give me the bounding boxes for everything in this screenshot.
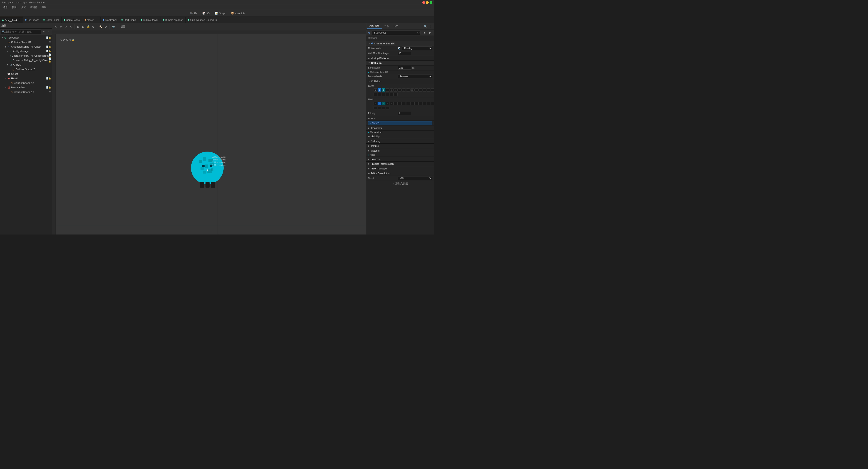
section-auto-translate[interactable]: ▶ Auto Translate: [366, 166, 434, 171]
layer-cell-11[interactable]: [414, 88, 418, 92]
mask-cell-2[interactable]: 2: [378, 102, 381, 105]
disable-mode-dropdown[interactable]: Remove: [398, 74, 432, 78]
inspector-tab-properties[interactable]: 检查属性: [367, 24, 382, 29]
mode-3d-btn[interactable]: 🎲 3D: [200, 11, 212, 15]
mask-cell-r2-2[interactable]: [378, 106, 381, 109]
tab-fast-ghost[interactable]: Fast_ghost ✕: [0, 17, 23, 23]
tree-item-ghost[interactable]: 👻 Ghost: [0, 72, 52, 76]
section-process[interactable]: ▶ Process: [366, 157, 434, 162]
tab-bubble-tower[interactable]: Bubble_tower: [138, 17, 161, 23]
layer-cell-3[interactable]: 3: [382, 88, 385, 92]
tree-item-chase[interactable]: ○ CharacterAbility_AI_ChaseTarget 📄🔒: [0, 54, 52, 58]
tree-item-charconfig[interactable]: ▶ ○ CharacterConfig_AI_Ghost 📄🔒: [0, 44, 52, 49]
layer-cell-1[interactable]: 1: [374, 88, 377, 92]
scene-filter-input[interactable]: [5, 30, 40, 33]
mask-cell-6[interactable]: [394, 102, 398, 105]
menu-project[interactable]: 项目: [10, 5, 19, 9]
node-name-dropdown[interactable]: FastGhost: [372, 30, 421, 35]
layer-cell-2[interactable]: 2: [378, 88, 381, 92]
tab-gamescene[interactable]: GameScene: [61, 17, 82, 23]
mask-cell-8[interactable]: [402, 102, 406, 105]
tree-item-fastghost[interactable]: ▼ ⊕ FastGhost 📄🔒: [0, 35, 52, 40]
script-dropdown[interactable]: <空>: [398, 176, 432, 180]
layer-cell-5[interactable]: 5: [390, 88, 394, 92]
mask-cell-3[interactable]: 3: [382, 102, 385, 105]
layer-cell-12[interactable]: [418, 88, 422, 92]
section-visibility[interactable]: ▶ Visibility: [366, 134, 434, 139]
view-options-btn[interactable]: 视图: [118, 24, 127, 29]
mask-cell-r2-4[interactable]: [386, 106, 390, 109]
tree-item-damagebox[interactable]: ▼ 💢 DamageBox 📄🔒: [0, 85, 52, 90]
safe-margin-input[interactable]: [398, 66, 411, 70]
mode-script-btn[interactable]: 📝 Script: [213, 11, 227, 15]
tree-item-collision2[interactable]: ◻ CollisionShape2D: [0, 67, 52, 72]
section-collision2[interactable]: ▼ Collision: [366, 79, 434, 84]
pivot-btn[interactable]: ⊙: [103, 25, 108, 29]
layer-cell-r2-1[interactable]: [374, 93, 377, 96]
section-physics-interp[interactable]: ▶ Physics Interpolation: [366, 162, 434, 166]
layer-cell-10[interactable]: 10: [410, 88, 414, 92]
tree-item-collision1[interactable]: ◻ CollisionShape2D 👁: [0, 40, 52, 44]
move-tool-btn[interactable]: ✛: [59, 25, 63, 29]
tab-gun-weapon[interactable]: Gun_weapon_SpeedUp: [186, 17, 219, 23]
mode-2d-btn[interactable]: 🎮 2D: [188, 11, 199, 15]
add-meta-btn[interactable]: + 添加元数据: [366, 181, 434, 186]
canvas-item-btn[interactable]: 📷: [111, 25, 116, 29]
motion-mode-dropdown[interactable]: Floating: [402, 46, 432, 50]
layer-cell-6[interactable]: 6: [394, 88, 398, 92]
grid-btn[interactable]: ⊟: [81, 25, 86, 29]
section-moving-platform[interactable]: ▶ Moving Platform: [366, 56, 434, 61]
mask-cell-9[interactable]: [406, 102, 410, 105]
inspector-tab-history[interactable]: 历史: [391, 24, 401, 28]
mask-cell-5[interactable]: 5: [390, 102, 394, 105]
maximize-window-btn[interactable]: [430, 1, 432, 4]
section-texture[interactable]: ▶ Texture: [366, 144, 434, 148]
close-window-btn[interactable]: [422, 1, 425, 4]
tab-startpanel[interactable]: StartPanel: [100, 17, 119, 23]
tree-item-collision4[interactable]: ◻ CollisionShape2D 👁: [0, 90, 52, 94]
section-transform[interactable]: ▶ Transform: [366, 126, 434, 131]
mask-cell-7[interactable]: [398, 102, 402, 105]
scene-options-btn[interactable]: ⋮: [46, 29, 51, 34]
section-input[interactable]: ▶ Input: [366, 116, 434, 121]
lock-btn[interactable]: 🔒: [86, 25, 91, 29]
tree-item-area2d[interactable]: ▼ ⬡ Area2D: [0, 63, 52, 67]
section-character-body[interactable]: ▼ ⊕ CharacterBody2D: [366, 41, 434, 46]
priority-input[interactable]: [398, 112, 411, 115]
inspector-tab-node[interactable]: 节点: [382, 24, 391, 28]
mask-cell-r2-3[interactable]: [382, 106, 385, 109]
tab-player[interactable]: player: [82, 17, 100, 23]
tree-item-health[interactable]: ▼ ❤ Health 📄🔒: [0, 76, 52, 81]
mask-cell-10[interactable]: [410, 102, 414, 105]
layer-cell-9[interactable]: 9: [406, 88, 410, 92]
section-editor-desc[interactable]: ▶ Editor Description: [366, 171, 434, 176]
select-tool-btn[interactable]: ↖: [54, 25, 58, 29]
tree-item-collision3[interactable]: ◻ CollisionShape2D: [0, 81, 52, 85]
tab-big-ghost[interactable]: Big_ghost: [23, 17, 41, 23]
scale-tool-btn[interactable]: ⤡: [68, 25, 73, 29]
tree-item-abilitymgr[interactable]: ▼ ○ AbilityManager 📄🔒: [0, 49, 52, 54]
viewport[interactable]: ⊙ 1600 % 🔒: [52, 30, 366, 234]
mask-cell-15[interactable]: [431, 102, 434, 105]
scene-add-btn[interactable]: +: [41, 29, 46, 34]
inspector-search-btn[interactable]: 🔍: [423, 24, 428, 29]
layer-cell-r2-2[interactable]: [378, 93, 381, 96]
mask-cell-4[interactable]: 4: [386, 102, 390, 105]
viewport-content[interactable]: ⊙ 1600 % 🔒: [56, 34, 366, 234]
section-collision[interactable]: ▼ Collision: [366, 61, 434, 65]
rotate-tool-btn[interactable]: ↺: [63, 25, 68, 29]
tab-bubble-weapon[interactable]: Bubble_weapon: [161, 17, 186, 23]
mask-cell-12[interactable]: [418, 102, 422, 105]
snap-btn[interactable]: ⊞: [76, 25, 81, 29]
menu-help[interactable]: 帮助: [40, 5, 48, 9]
section-ordering[interactable]: ▶ Ordering: [366, 139, 434, 144]
tree-item-inlight[interactable]: ○ CharacterAbility_AI_InLightSlow 📄🔒: [0, 58, 52, 63]
inspector-options-btn[interactable]: ⋮: [429, 24, 433, 29]
section-material[interactable]: ▶ Material: [366, 148, 434, 153]
wall-slide-input[interactable]: [398, 52, 411, 55]
layer-cell-14[interactable]: [427, 88, 430, 92]
tab-gamepanel[interactable]: GamePanel: [41, 17, 61, 23]
menu-editor[interactable]: 编辑器: [28, 5, 39, 9]
group-btn[interactable]: ⊕: [91, 25, 95, 29]
mask-cell-11[interactable]: [414, 102, 418, 105]
